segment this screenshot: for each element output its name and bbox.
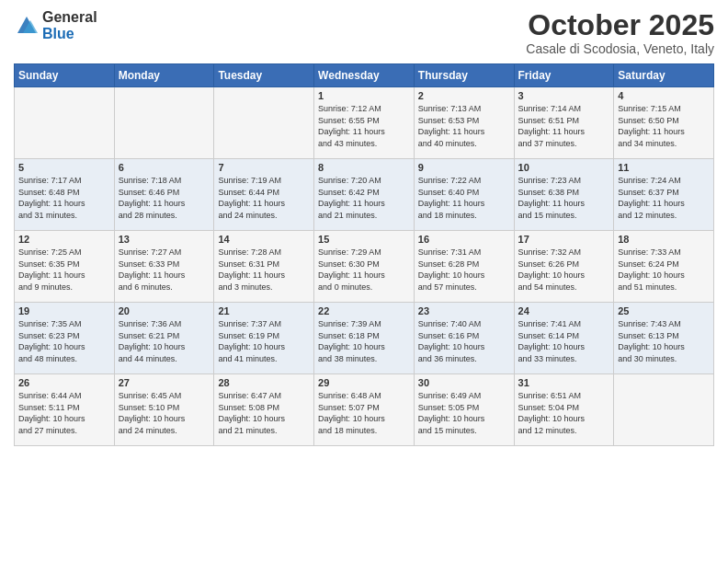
day-info: Sunrise: 7:15 AM Sunset: 6:50 PM Dayligh… [618, 103, 710, 149]
location-subtitle: Casale di Scodosia, Veneto, Italy [526, 41, 714, 56]
calendar-cell: 7Sunrise: 7:19 AM Sunset: 6:44 PM Daylig… [214, 159, 314, 231]
day-info: Sunrise: 7:13 AM Sunset: 6:53 PM Dayligh… [418, 103, 510, 149]
day-number: 22 [318, 305, 410, 316]
day-info: Sunrise: 7:20 AM Sunset: 6:42 PM Dayligh… [318, 175, 410, 221]
day-info: Sunrise: 7:33 AM Sunset: 6:24 PM Dayligh… [618, 247, 710, 293]
day-info: Sunrise: 6:45 AM Sunset: 5:10 PM Dayligh… [119, 390, 210, 436]
calendar-cell: 11Sunrise: 7:24 AM Sunset: 6:37 PM Dayli… [614, 159, 714, 231]
day-info: Sunrise: 7:36 AM Sunset: 6:21 PM Dayligh… [119, 318, 210, 364]
calendar-row: 1Sunrise: 7:12 AM Sunset: 6:55 PM Daylig… [15, 87, 714, 159]
day-info: Sunrise: 7:31 AM Sunset: 6:28 PM Dayligh… [418, 247, 510, 293]
day-info: Sunrise: 6:49 AM Sunset: 5:05 PM Dayligh… [418, 390, 510, 436]
day-number: 26 [18, 377, 110, 388]
day-number: 4 [618, 90, 710, 101]
logo-icon [14, 13, 40, 39]
calendar-cell: 18Sunrise: 7:33 AM Sunset: 6:24 PM Dayli… [614, 231, 714, 303]
calendar-cell: 2Sunrise: 7:13 AM Sunset: 6:53 PM Daylig… [414, 87, 514, 159]
calendar-cell: 10Sunrise: 7:23 AM Sunset: 6:38 PM Dayli… [514, 159, 614, 231]
day-info: Sunrise: 7:18 AM Sunset: 6:46 PM Dayligh… [119, 175, 210, 221]
day-number: 16 [418, 234, 510, 245]
calendar-cell: 12Sunrise: 7:25 AM Sunset: 6:35 PM Dayli… [15, 231, 115, 303]
day-info: Sunrise: 7:14 AM Sunset: 6:51 PM Dayligh… [518, 103, 610, 149]
col-tuesday: Tuesday [214, 64, 314, 87]
calendar-cell: 26Sunrise: 6:44 AM Sunset: 5:11 PM Dayli… [15, 374, 115, 446]
day-number: 3 [518, 90, 610, 101]
day-info: Sunrise: 6:51 AM Sunset: 5:04 PM Dayligh… [518, 390, 610, 436]
day-info: Sunrise: 7:35 AM Sunset: 6:23 PM Dayligh… [18, 318, 110, 364]
calendar-cell: 30Sunrise: 6:49 AM Sunset: 5:05 PM Dayli… [414, 374, 514, 446]
col-wednesday: Wednesday [314, 64, 415, 87]
calendar-cell: 24Sunrise: 7:41 AM Sunset: 6:14 PM Dayli… [514, 303, 614, 374]
day-number: 8 [318, 162, 410, 173]
day-number: 25 [618, 305, 710, 316]
day-info: Sunrise: 7:23 AM Sunset: 6:38 PM Dayligh… [518, 175, 610, 221]
calendar-cell: 27Sunrise: 6:45 AM Sunset: 5:10 PM Dayli… [114, 374, 214, 446]
day-info: Sunrise: 7:28 AM Sunset: 6:31 PM Dayligh… [218, 247, 310, 293]
calendar-cell: 23Sunrise: 7:40 AM Sunset: 6:16 PM Dayli… [414, 303, 514, 374]
calendar-cell: 13Sunrise: 7:27 AM Sunset: 6:33 PM Dayli… [114, 231, 214, 303]
day-number: 11 [618, 162, 710, 173]
day-info: Sunrise: 6:44 AM Sunset: 5:11 PM Dayligh… [18, 390, 110, 436]
day-number: 14 [218, 234, 310, 245]
col-monday: Monday [114, 64, 214, 87]
calendar-cell: 22Sunrise: 7:39 AM Sunset: 6:18 PM Dayli… [314, 303, 415, 374]
calendar-cell [114, 87, 214, 159]
calendar-cell: 8Sunrise: 7:20 AM Sunset: 6:42 PM Daylig… [314, 159, 415, 231]
logo-general-text: General [42, 9, 97, 26]
calendar-cell: 4Sunrise: 7:15 AM Sunset: 6:50 PM Daylig… [614, 87, 714, 159]
calendar-row: 19Sunrise: 7:35 AM Sunset: 6:23 PM Dayli… [15, 303, 714, 374]
calendar-row: 12Sunrise: 7:25 AM Sunset: 6:35 PM Dayli… [15, 231, 714, 303]
day-number: 20 [119, 305, 210, 316]
col-thursday: Thursday [414, 64, 514, 87]
calendar-cell: 9Sunrise: 7:22 AM Sunset: 6:40 PM Daylig… [414, 159, 514, 231]
calendar-cell: 3Sunrise: 7:14 AM Sunset: 6:51 PM Daylig… [514, 87, 614, 159]
day-number: 24 [518, 305, 610, 316]
calendar-cell: 16Sunrise: 7:31 AM Sunset: 6:28 PM Dayli… [414, 231, 514, 303]
day-info: Sunrise: 6:47 AM Sunset: 5:08 PM Dayligh… [218, 390, 310, 436]
day-number: 13 [119, 234, 210, 245]
calendar-cell: 15Sunrise: 7:29 AM Sunset: 6:30 PM Dayli… [314, 231, 415, 303]
calendar-cell: 29Sunrise: 6:48 AM Sunset: 5:07 PM Dayli… [314, 374, 415, 446]
col-friday: Friday [514, 64, 614, 87]
day-number: 23 [418, 305, 510, 316]
day-info: Sunrise: 7:37 AM Sunset: 6:19 PM Dayligh… [218, 318, 310, 364]
calendar-row: 5Sunrise: 7:17 AM Sunset: 6:48 PM Daylig… [15, 159, 714, 231]
day-number: 21 [218, 305, 310, 316]
page-header: General Blue October 2025 Casale di Scod… [14, 9, 714, 56]
day-number: 5 [18, 162, 110, 173]
day-info: Sunrise: 7:29 AM Sunset: 6:30 PM Dayligh… [318, 247, 410, 293]
calendar-cell: 1Sunrise: 7:12 AM Sunset: 6:55 PM Daylig… [314, 87, 415, 159]
calendar-cell [214, 87, 314, 159]
day-number: 31 [518, 377, 610, 388]
calendar-cell: 14Sunrise: 7:28 AM Sunset: 6:31 PM Dayli… [214, 231, 314, 303]
day-info: Sunrise: 6:48 AM Sunset: 5:07 PM Dayligh… [318, 390, 410, 436]
day-info: Sunrise: 7:39 AM Sunset: 6:18 PM Dayligh… [318, 318, 410, 364]
month-title: October 2025 [526, 9, 714, 41]
day-info: Sunrise: 7:22 AM Sunset: 6:40 PM Dayligh… [418, 175, 510, 221]
day-info: Sunrise: 7:24 AM Sunset: 6:37 PM Dayligh… [618, 175, 710, 221]
day-info: Sunrise: 7:41 AM Sunset: 6:14 PM Dayligh… [518, 318, 610, 364]
day-info: Sunrise: 7:25 AM Sunset: 6:35 PM Dayligh… [18, 247, 110, 293]
day-number: 19 [18, 305, 110, 316]
day-number: 28 [218, 377, 310, 388]
day-number: 27 [119, 377, 210, 388]
day-info: Sunrise: 7:12 AM Sunset: 6:55 PM Dayligh… [318, 103, 410, 149]
day-number: 18 [618, 234, 710, 245]
day-number: 15 [318, 234, 410, 245]
day-number: 30 [418, 377, 510, 388]
calendar-cell: 17Sunrise: 7:32 AM Sunset: 6:26 PM Dayli… [514, 231, 614, 303]
calendar-cell [614, 374, 714, 446]
day-number: 7 [218, 162, 310, 173]
header-row: Sunday Monday Tuesday Wednesday Thursday… [15, 64, 714, 87]
day-number: 1 [318, 90, 410, 101]
calendar-cell: 19Sunrise: 7:35 AM Sunset: 6:23 PM Dayli… [15, 303, 115, 374]
col-saturday: Saturday [614, 64, 714, 87]
calendar-row: 26Sunrise: 6:44 AM Sunset: 5:11 PM Dayli… [15, 374, 714, 446]
calendar-cell: 6Sunrise: 7:18 AM Sunset: 6:46 PM Daylig… [114, 159, 214, 231]
day-info: Sunrise: 7:17 AM Sunset: 6:48 PM Dayligh… [18, 175, 110, 221]
calendar-table: Sunday Monday Tuesday Wednesday Thursday… [14, 63, 714, 446]
day-number: 10 [518, 162, 610, 173]
day-info: Sunrise: 7:43 AM Sunset: 6:13 PM Dayligh… [618, 318, 710, 364]
calendar-cell: 28Sunrise: 6:47 AM Sunset: 5:08 PM Dayli… [214, 374, 314, 446]
day-number: 2 [418, 90, 510, 101]
